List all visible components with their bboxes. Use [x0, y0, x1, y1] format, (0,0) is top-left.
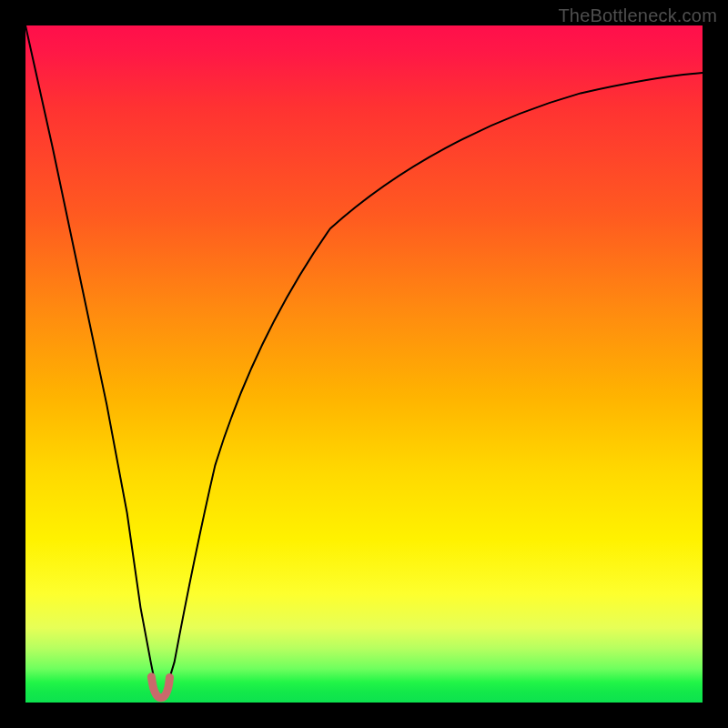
- outer-frame: TheBottleneck.com: [0, 0, 728, 728]
- bottleneck-curve: [25, 25, 703, 696]
- curve-layer: [25, 25, 703, 703]
- plot-area: [25, 25, 703, 703]
- min-marker: [151, 677, 169, 698]
- bottleneck-curve-overlay: [25, 25, 703, 696]
- watermark-text: TheBottleneck.com: [558, 5, 717, 26]
